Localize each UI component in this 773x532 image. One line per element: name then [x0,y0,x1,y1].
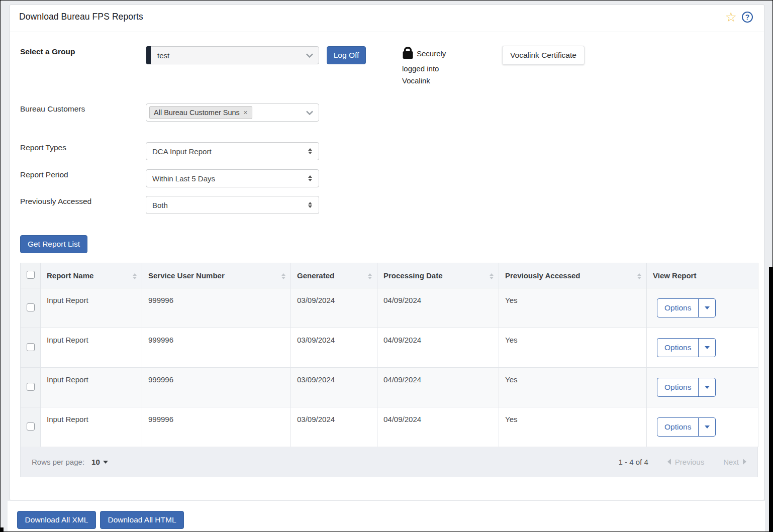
col-report-name[interactable]: Report Name [41,263,142,288]
options-split-button[interactable]: Options [657,298,716,317]
select-all-cell [21,263,41,288]
options-dropdown-toggle[interactable] [699,378,715,396]
download-all-html-button[interactable]: Download All HTML [100,511,184,529]
main-panel: Download Bureau FPS Reports ☆ ? Select a… [10,5,764,500]
options-button[interactable]: Options [657,378,699,396]
report-period-label: Report Period [20,170,68,179]
rows-per-page-select[interactable]: 10 [91,458,108,466]
select-arrows-icon [308,175,312,181]
scrollbar-thumb[interactable] [769,267,772,532]
options-button[interactable]: Options [657,339,699,357]
col-service-user-number[interactable]: Service User Number [142,263,291,288]
row-checkbox[interactable] [27,343,35,351]
options-split-button[interactable]: Options [657,338,716,357]
cell-generated: 03/09/2024 [291,288,377,328]
caret-down-icon [103,461,108,464]
cell-generated: 03/09/2024 [291,407,377,447]
sort-icon[interactable] [490,273,494,279]
next-page-button[interactable]: Next [723,458,746,466]
cell-previously-accessed: Yes [499,328,647,368]
cell-previously-accessed: Yes [499,288,647,328]
arrow-right-icon [743,459,746,465]
cell-service-user-number: 999996 [142,368,291,407]
report-types-select[interactable]: DCA Input Report [146,142,319,160]
chevron-down-icon [306,109,314,117]
pagination-range: 1 - 4 of 4 [619,458,648,466]
report-period-select[interactable]: Within Last 5 Days [146,169,319,187]
options-dropdown-toggle[interactable] [699,339,715,357]
cell-previously-accessed: Yes [499,407,647,447]
col-previously-accessed[interactable]: Previously Accessed [499,263,647,288]
cell-processing-date: 04/09/2024 [377,368,499,407]
select-arrows-icon [308,148,312,154]
lock-icon [402,46,414,63]
arrow-left-icon [667,459,671,465]
previously-accessed-value: Both [146,201,168,209]
cell-generated: 03/09/2024 [291,328,377,368]
col-processing-date[interactable]: Processing Date [377,263,499,288]
select-arrows-icon [308,202,312,208]
row-checkbox[interactable] [27,383,35,391]
cell-processing-date: 04/09/2024 [377,288,499,328]
sort-icon[interactable] [281,273,285,279]
group-select[interactable]: test [146,46,319,64]
cell-processing-date: 04/09/2024 [377,328,499,368]
table-row: Input Report 999996 03/09/2024 04/09/202… [21,288,758,328]
sort-icon[interactable] [637,273,641,279]
rows-per-page-value: 10 [91,458,100,466]
caret-down-icon [705,425,710,429]
cell-service-user-number: 999996 [142,407,291,447]
options-split-button[interactable]: Options [657,378,716,397]
reports-table: Report Name Service User Number Generate… [20,263,758,447]
caret-down-icon [705,306,710,309]
report-period-value: Within Last 5 Days [146,174,215,183]
cell-previously-accessed: Yes [499,368,647,407]
options-button[interactable]: Options [657,418,699,436]
group-select-accent [146,46,151,64]
cell-report-name: Input Report [41,407,142,447]
cell-service-user-number: 999996 [142,328,291,368]
previously-accessed-label: Previously Accessed [20,197,91,206]
get-report-list-button[interactable]: Get Report List [20,235,87,253]
tag-remove-icon[interactable]: ✕ [243,110,248,116]
sort-icon[interactable] [368,273,372,279]
options-dropdown-toggle[interactable] [699,299,715,317]
log-off-button[interactable]: Log Off [327,46,366,64]
options-dropdown-toggle[interactable] [699,418,715,436]
options-split-button[interactable]: Options [657,417,716,437]
cell-service-user-number: 999996 [142,288,291,328]
row-checkbox[interactable] [27,422,35,431]
cell-report-name: Input Report [41,328,142,368]
table-row: Input Report 999996 03/09/2024 04/09/202… [21,328,758,368]
download-all-xml-button[interactable]: Download All XML [17,511,96,529]
page: Download Bureau FPS Reports ☆ ? Select a… [0,0,773,532]
row-checkbox[interactable] [27,303,35,311]
select-all-checkbox[interactable] [27,271,35,279]
pagination-bar: Rows per page: 10 1 - 4 of 4 Previous Ne… [20,447,758,477]
rows-per-page-label: Rows per page: [32,458,84,466]
sort-icon[interactable] [133,273,137,279]
col-generated[interactable]: Generated [291,263,377,288]
options-button[interactable]: Options [657,299,699,317]
col-view-report: View Report [647,263,758,288]
table-row: Input Report 999996 03/09/2024 04/09/202… [21,407,758,447]
bureau-customer-tag-text: All Bureau Customer Suns [154,109,240,117]
group-label: Select a Group [20,47,75,56]
previously-accessed-select[interactable]: Both [146,196,319,214]
caret-down-icon [705,386,710,389]
previous-page-button[interactable]: Previous [667,458,704,466]
secure-status: Securely logged into Vocalink [402,46,459,87]
footer: Download All XML Download All HTML [8,501,765,532]
favorite-star-icon[interactable]: ☆ [725,11,737,24]
title-divider [10,32,764,32]
vocalink-certificate-button[interactable]: Vocalink Certificate [502,46,585,65]
report-types-value: DCA Input Report [146,147,212,156]
bureau-customers-label: Bureau Customers [20,104,85,114]
bureau-customers-multiselect[interactable]: All Bureau Customer Suns ✕ [146,103,319,122]
page-title: Download Bureau FPS Reports [19,12,143,22]
cell-generated: 03/09/2024 [291,368,377,407]
corner-mark [1,527,4,532]
report-types-label: Report Types [20,143,66,152]
help-icon[interactable]: ? [742,12,753,23]
chevron-down-icon [306,51,314,60]
